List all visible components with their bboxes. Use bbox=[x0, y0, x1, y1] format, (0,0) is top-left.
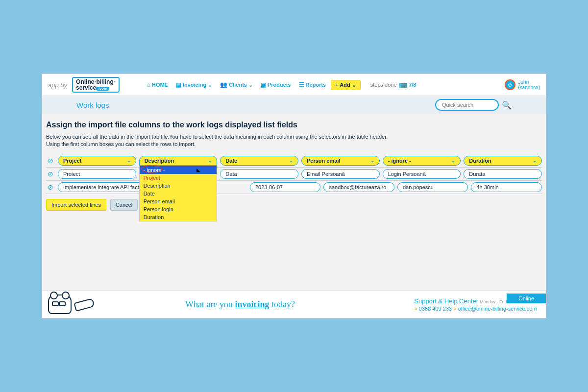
row-checkbox[interactable]: ⊘ bbox=[46, 170, 55, 178]
column-selector-1[interactable]: Description⌄ bbox=[139, 156, 218, 166]
data-cell: 4h 30min bbox=[471, 182, 542, 192]
dropdown-option-person-login[interactable]: Person login bbox=[140, 205, 217, 213]
search-wrap: 🔍 bbox=[435, 99, 512, 111]
page-section-title[interactable]: Work logs bbox=[76, 101, 109, 109]
data-cell: Durata bbox=[464, 169, 542, 179]
steps-bars-icon: |||||||| bbox=[399, 82, 407, 88]
chevron-down-icon: ⌄ bbox=[533, 158, 537, 163]
chevron-down-icon: ⌄ bbox=[248, 82, 253, 88]
tagline: What are you invoicing today? bbox=[185, 299, 295, 310]
column-selector-5[interactable]: Duration⌄ bbox=[464, 156, 542, 166]
column-selector-2[interactable]: Date⌄ bbox=[220, 156, 298, 166]
nav-home[interactable]: ⌂HOME bbox=[144, 79, 171, 90]
online-badge[interactable]: Online bbox=[507, 294, 546, 303]
column-selector-0[interactable]: Project⌄ bbox=[58, 156, 136, 166]
app-window: app by Online-billing- service.com ⌂HOME… bbox=[42, 74, 546, 318]
nav-clients[interactable]: 👥Clients⌄ bbox=[217, 79, 256, 90]
search-input[interactable] bbox=[435, 99, 499, 111]
action-bar: Import selected lines Cancel bbox=[46, 199, 542, 211]
subbar: Work logs 🔍 bbox=[42, 96, 546, 114]
footer: What are you invoicing today? Support & … bbox=[42, 290, 546, 318]
logo-badge: .com bbox=[96, 87, 109, 91]
selector-row: ⊘ Project⌄ Description⌄ - ignore - ◣ Pro… bbox=[46, 154, 542, 168]
data-row-2: ⊘ Implementare integrare API factureaza.… bbox=[46, 181, 542, 194]
dropdown-option-project[interactable]: Project bbox=[140, 174, 217, 182]
invoicing-icon: ▤ bbox=[176, 81, 181, 88]
steps-indicator: steps done |||||||| 7/8 bbox=[370, 82, 416, 88]
cursor-icon: ◣ bbox=[196, 167, 200, 172]
logo-text-2: service bbox=[76, 84, 96, 91]
column-selector-4[interactable]: - ignore -⌄ bbox=[383, 156, 461, 166]
search-icon[interactable]: 🔍 bbox=[502, 100, 512, 110]
user-name: John (sandbox) bbox=[518, 79, 540, 90]
help-contact: > 0368 409 233 > office@online-billing-s… bbox=[414, 306, 540, 312]
home-icon: ⌂ bbox=[147, 81, 150, 88]
steps-label: steps done bbox=[370, 82, 397, 88]
chevron-down-icon: ⌄ bbox=[352, 82, 356, 88]
clients-icon: 👥 bbox=[220, 81, 227, 88]
mascot-icon bbox=[48, 294, 107, 314]
chevron-down-icon: ⌄ bbox=[289, 158, 293, 163]
column-selector-3[interactable]: Person email⌄ bbox=[301, 156, 380, 166]
add-button[interactable]: + Add ⌄ bbox=[331, 80, 361, 90]
data-cell: sandbox@factureaza.ro bbox=[323, 182, 394, 192]
avatar-icon: ☺ bbox=[505, 79, 515, 90]
help-link[interactable]: Support & Help Center bbox=[414, 297, 478, 305]
chevron-down-icon: ⌄ bbox=[208, 158, 212, 163]
reports-icon: ☰ bbox=[299, 81, 304, 88]
dropdown-option-duration[interactable]: Duration bbox=[140, 213, 217, 221]
main-nav: ⌂HOME ▤Invoicing⌄ 👥Clients⌄ ▣Products ☰R… bbox=[144, 79, 361, 90]
column-selector-dropdown: - ignore - ◣ Project Description Date Pe… bbox=[139, 166, 218, 221]
dropdown-option-ignore[interactable]: - ignore - ◣ bbox=[140, 166, 217, 174]
arrow-icon: > bbox=[414, 306, 418, 312]
nav-products[interactable]: ▣Products bbox=[258, 79, 294, 90]
chevron-down-icon: ⌄ bbox=[127, 158, 131, 163]
nav-invoicing[interactable]: ▤Invoicing⌄ bbox=[173, 79, 215, 90]
data-cell: Login Persoană bbox=[383, 169, 461, 179]
nav-reports[interactable]: ☰Reports bbox=[296, 79, 329, 90]
topbar: app by Online-billing- service.com ⌂HOME… bbox=[42, 74, 546, 96]
data-cell: 2023-06-07 bbox=[250, 182, 321, 192]
steps-count: 7/8 bbox=[409, 82, 416, 88]
chevron-down-icon: ⌄ bbox=[370, 158, 374, 163]
select-all-checkbox[interactable]: ⊘ bbox=[46, 157, 55, 165]
logo[interactable]: Online-billing- service.com bbox=[72, 77, 120, 93]
help-email[interactable]: office@online-billing-service.com bbox=[458, 306, 537, 312]
help-phone[interactable]: 0368 409 233 bbox=[419, 306, 452, 312]
user-menu[interactable]: ☺ John (sandbox) bbox=[505, 79, 540, 90]
dropdown-option-person-email[interactable]: Person email bbox=[140, 197, 217, 205]
data-cell: Data bbox=[220, 169, 298, 179]
content: Assign the import file columns to the wo… bbox=[42, 114, 546, 290]
page-title: Assign the import file columns to the wo… bbox=[46, 121, 542, 129]
chevron-down-icon: ⌄ bbox=[208, 82, 212, 88]
products-icon: ▣ bbox=[261, 81, 266, 88]
app-by-label: app by bbox=[48, 81, 67, 89]
dropdown-option-description[interactable]: Description bbox=[140, 182, 217, 190]
arrow-icon: > bbox=[453, 306, 458, 312]
data-cell: dan.popescu bbox=[397, 182, 468, 192]
import-table: ⊘ Project⌄ Description⌄ - ignore - ◣ Pro… bbox=[46, 154, 542, 194]
data-cell: Proiect bbox=[58, 169, 136, 179]
data-row-1: ⊘ Proiect Data Email Persoană Login Pers… bbox=[46, 168, 542, 181]
cancel-button[interactable]: Cancel bbox=[110, 199, 138, 211]
page-description: Below you can see all the data in the im… bbox=[46, 133, 542, 148]
chevron-down-icon: ⌄ bbox=[451, 158, 455, 163]
data-cell: Email Persoană bbox=[301, 169, 380, 179]
import-button[interactable]: Import selected lines bbox=[46, 199, 106, 211]
dropdown-option-date[interactable]: Date bbox=[140, 190, 217, 197]
row-checkbox[interactable]: ⊘ bbox=[46, 183, 55, 191]
